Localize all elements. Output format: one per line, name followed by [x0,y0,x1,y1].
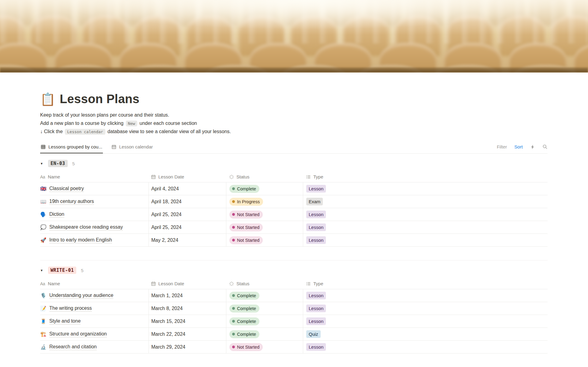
type-badge[interactable]: Lesson [306,305,326,312]
type-badge[interactable]: Lesson [306,317,326,325]
row-emoji: 📖 [40,199,47,204]
view-tab-lessons-grouped-by-cou[interactable]: Lessons grouped by cou... [40,144,103,153]
table-row[interactable]: 🇬🇧 Classical poetry April 4, 2024 Comple… [40,182,548,195]
page-icon[interactable]: 📋 [40,93,55,105]
row-name[interactable]: Diction [49,212,64,218]
row-name[interactable]: Style and tone [49,318,81,324]
table-header: Aa Name Lesson Date Status Type [40,171,548,182]
table-row[interactable]: 🧵 Style and tone March 15, 2024 Complete… [40,315,548,328]
row-emoji: 🗣️ [40,212,47,217]
column-header-status[interactable]: Status [226,278,303,289]
row-date[interactable]: April 25, 2024 [151,225,182,230]
table-row[interactable]: 📖 19th century authors April 18, 2024 In… [40,195,548,208]
table-rows: 🎙️ Understanding your audience March 1, … [40,289,548,354]
status-dot-icon [232,294,235,297]
calendar-icon [151,174,156,179]
row-name[interactable]: Research and citation [49,344,97,350]
row-name[interactable]: Structure and organization [49,331,107,337]
type-badge[interactable]: Lesson [306,185,326,193]
type-badge[interactable]: Lesson [306,236,326,244]
filter-button[interactable]: Filter [497,144,507,149]
row-name[interactable]: Understanding your audience [49,293,113,299]
status-dot-icon [232,213,235,216]
row-date[interactable]: March 22, 2024 [151,331,185,337]
column-header-type[interactable]: Type [303,171,548,182]
row-date[interactable]: March 1, 2024 [151,293,183,298]
type-badge[interactable]: Lesson [306,292,326,299]
row-date[interactable]: May 2, 2024 [151,238,178,243]
row-name[interactable]: The writing process [49,305,92,312]
group-count: 5 [81,268,83,273]
sort-button[interactable]: Sort [514,144,523,149]
calendar-icon [151,281,156,286]
status-dot-icon [232,320,235,323]
group-toggle-icon[interactable]: ▼ [40,162,48,165]
status-dot-icon [232,187,235,190]
column-header-lesson-date[interactable]: Lesson Date [149,278,226,289]
description-text: Add a new plan to a course by clicking [40,121,123,126]
status-badge[interactable]: Complete [229,305,259,313]
status-dot-icon [232,226,235,229]
description-line: Add a new plan to a course by clicking N… [40,119,548,127]
toolbar-controls: Filter Sort [497,144,548,153]
row-date[interactable]: March 29, 2024 [151,344,185,350]
description-line: Keep track of your lesson plans per cour… [40,111,548,119]
row-date[interactable]: April 18, 2024 [151,199,182,204]
cover-image [0,0,588,73]
course-group: ▼ EN-03 5 Aa Name Lesson Date Status Typ… [40,159,548,260]
row-date[interactable]: April 4, 2024 [151,186,179,192]
status-badge[interactable]: Complete [229,292,259,300]
status-badge[interactable]: Not Started [229,211,263,219]
column-header-name[interactable]: Aa Name [40,278,149,289]
page-content: 📋 Lesson Plans Keep track of your lesson… [0,92,588,367]
table-row[interactable]: 🏗️ Structure and organization March 22, … [40,328,548,341]
group-badge[interactable]: EN-03 [48,160,68,167]
description-text: Keep track of your lesson plans per cour… [40,112,169,118]
row-name[interactable]: 19th century authors [49,199,94,205]
status-badge[interactable]: In Progress [229,198,263,206]
type-badge[interactable]: Lesson [306,211,326,218]
row-name[interactable]: Intro to early modern English [49,237,112,243]
row-name[interactable]: Classical poetry [49,186,84,192]
table-row[interactable]: 💭 Shakespeare close reading essay April … [40,221,548,234]
table-row[interactable]: 📝 The writing process March 8, 2024 Comp… [40,302,548,315]
row-emoji: 🎙️ [40,293,47,298]
status-badge[interactable]: Complete [229,330,259,338]
status-badge[interactable]: Complete [229,185,259,193]
status-badge[interactable]: Not Started [229,223,263,231]
status-dot-icon [232,333,235,335]
row-date[interactable]: April 25, 2024 [151,212,182,217]
type-badge[interactable]: Exam [306,198,323,205]
row-date[interactable]: March 8, 2024 [151,306,183,311]
table-row[interactable]: 🎙️ Understanding your audience March 1, … [40,289,548,302]
row-name[interactable]: Shakespeare close reading essay [49,224,123,230]
group-toggle-icon[interactable]: ▼ [40,269,48,272]
table-row[interactable]: 🗣️ Diction April 25, 2024 Not Started Le… [40,208,548,221]
column-header-name[interactable]: Aa Name [40,171,149,182]
search-icon[interactable] [542,144,548,149]
course-group: ▼ WRITE-01 5 Aa Name Lesson Date Status … [40,266,548,367]
inline-code-chip: New [126,121,137,126]
type-badge[interactable]: Quiz [306,330,321,338]
lightning-icon[interactable] [530,144,535,149]
group-footer [40,247,548,260]
group-footer [40,354,548,367]
status-dot-icon [232,307,235,310]
table-icon [41,144,46,149]
column-header-lesson-date[interactable]: Lesson Date [149,171,226,182]
group-header: ▼ WRITE-01 5 [40,266,548,275]
column-header-type[interactable]: Type [303,278,548,289]
status-badge[interactable]: Complete [229,317,259,325]
table-row[interactable]: 🔬 Research and citation March 29, 2024 N… [40,341,548,354]
status-dot-icon [232,200,235,203]
type-badge[interactable]: Lesson [306,343,326,351]
view-tab-lesson-calendar[interactable]: Lesson calendar [111,144,153,153]
status-icon [229,174,234,179]
status-badge[interactable]: Not Started [229,343,263,351]
column-header-status[interactable]: Status [226,171,303,182]
type-badge[interactable]: Lesson [306,223,326,231]
status-badge[interactable]: Not Started [229,236,263,244]
table-row[interactable]: 🚀 Intro to early modern English May 2, 2… [40,234,548,247]
group-badge[interactable]: WRITE-01 [48,267,76,274]
row-date[interactable]: March 15, 2024 [151,319,185,324]
